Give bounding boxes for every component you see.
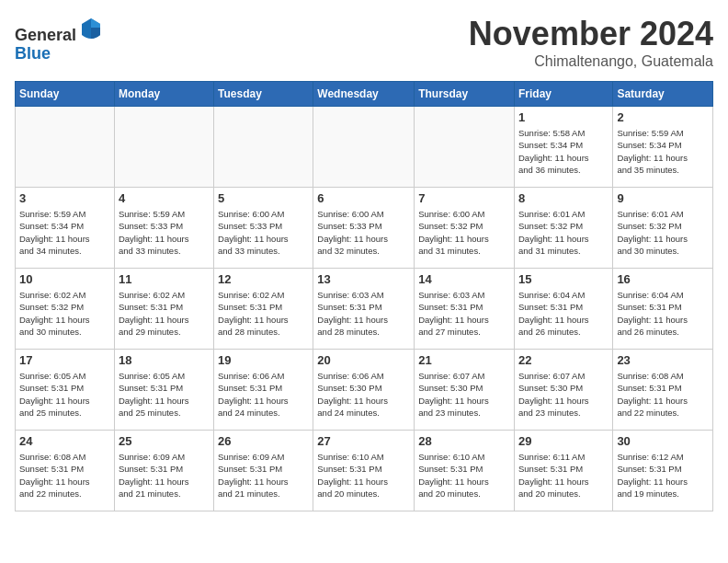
day-info: Sunrise: 6:11 AM Sunset: 5:31 PM Dayligh… bbox=[518, 451, 609, 500]
day-info: Sunrise: 6:05 AM Sunset: 5:31 PM Dayligh… bbox=[119, 370, 210, 419]
weekday-header: Sunday bbox=[16, 82, 115, 107]
logo: General Blue bbox=[15, 15, 104, 63]
day-number: 3 bbox=[19, 191, 110, 205]
calendar-cell: 3Sunrise: 5:59 AM Sunset: 5:34 PM Daylig… bbox=[16, 188, 115, 269]
calendar-week-row: 10Sunrise: 6:02 AM Sunset: 5:32 PM Dayli… bbox=[16, 269, 713, 350]
day-number: 6 bbox=[317, 191, 410, 205]
day-info: Sunrise: 6:01 AM Sunset: 5:32 PM Dayligh… bbox=[617, 208, 709, 257]
weekday-header: Friday bbox=[514, 82, 612, 107]
calendar-cell: 11Sunrise: 6:02 AM Sunset: 5:31 PM Dayli… bbox=[114, 269, 213, 350]
calendar-cell: 28Sunrise: 6:10 AM Sunset: 5:31 PM Dayli… bbox=[415, 431, 515, 511]
day-info: Sunrise: 6:04 AM Sunset: 5:31 PM Dayligh… bbox=[518, 289, 609, 338]
day-number: 14 bbox=[418, 272, 510, 286]
calendar-week-row: 3Sunrise: 5:59 AM Sunset: 5:34 PM Daylig… bbox=[16, 188, 713, 269]
calendar-cell: 7Sunrise: 6:00 AM Sunset: 5:32 PM Daylig… bbox=[415, 188, 515, 269]
calendar-cell: 9Sunrise: 6:01 AM Sunset: 5:32 PM Daylig… bbox=[613, 188, 713, 269]
calendar-cell: 15Sunrise: 6:04 AM Sunset: 5:31 PM Dayli… bbox=[514, 269, 612, 350]
day-number: 15 bbox=[518, 272, 609, 286]
calendar-cell bbox=[114, 107, 213, 188]
calendar-cell: 2Sunrise: 5:59 AM Sunset: 5:34 PM Daylig… bbox=[613, 107, 713, 188]
calendar-cell: 8Sunrise: 6:01 AM Sunset: 5:32 PM Daylig… bbox=[514, 188, 612, 269]
calendar-week-row: 24Sunrise: 6:08 AM Sunset: 5:31 PM Dayli… bbox=[16, 431, 713, 511]
calendar-cell bbox=[415, 107, 515, 188]
day-info: Sunrise: 5:59 AM Sunset: 5:33 PM Dayligh… bbox=[119, 208, 210, 257]
calendar-cell: 14Sunrise: 6:03 AM Sunset: 5:31 PM Dayli… bbox=[415, 269, 515, 350]
calendar-cell: 22Sunrise: 6:07 AM Sunset: 5:30 PM Dayli… bbox=[514, 350, 612, 431]
weekday-header: Thursday bbox=[415, 82, 515, 107]
calendar-cell: 18Sunrise: 6:05 AM Sunset: 5:31 PM Dayli… bbox=[114, 350, 213, 431]
calendar-cell: 26Sunrise: 6:09 AM Sunset: 5:31 PM Dayli… bbox=[214, 431, 313, 511]
location: Chimaltenango, Guatemala bbox=[469, 53, 713, 70]
calendar-cell: 25Sunrise: 6:09 AM Sunset: 5:31 PM Dayli… bbox=[114, 431, 213, 511]
day-info: Sunrise: 6:01 AM Sunset: 5:32 PM Dayligh… bbox=[518, 208, 609, 257]
day-number: 11 bbox=[119, 272, 210, 286]
day-number: 8 bbox=[518, 191, 609, 205]
page-header: General Blue November 2024 Chimaltenango… bbox=[15, 15, 713, 70]
weekday-header: Wednesday bbox=[313, 82, 415, 107]
day-info: Sunrise: 6:12 AM Sunset: 5:31 PM Dayligh… bbox=[617, 451, 709, 500]
day-info: Sunrise: 6:03 AM Sunset: 5:31 PM Dayligh… bbox=[418, 289, 510, 338]
weekday-header: Monday bbox=[114, 82, 213, 107]
day-number: 21 bbox=[418, 353, 510, 367]
day-info: Sunrise: 6:08 AM Sunset: 5:31 PM Dayligh… bbox=[617, 370, 709, 419]
weekday-header: Saturday bbox=[613, 82, 713, 107]
calendar-week-row: 1Sunrise: 5:58 AM Sunset: 5:34 PM Daylig… bbox=[16, 107, 713, 188]
calendar-cell: 27Sunrise: 6:10 AM Sunset: 5:31 PM Dayli… bbox=[313, 431, 415, 511]
day-info: Sunrise: 6:06 AM Sunset: 5:31 PM Dayligh… bbox=[218, 370, 309, 419]
day-number: 13 bbox=[317, 272, 410, 286]
logo-icon bbox=[78, 15, 104, 40]
day-number: 23 bbox=[617, 353, 709, 367]
logo-general-text: General bbox=[15, 26, 76, 44]
day-number: 4 bbox=[119, 191, 210, 205]
calendar-cell bbox=[16, 107, 115, 188]
title-section: November 2024 Chimaltenango, Guatemala bbox=[469, 15, 713, 70]
day-number: 2 bbox=[617, 110, 709, 124]
day-info: Sunrise: 6:08 AM Sunset: 5:31 PM Dayligh… bbox=[19, 451, 110, 500]
calendar-cell bbox=[214, 107, 313, 188]
day-info: Sunrise: 5:59 AM Sunset: 5:34 PM Dayligh… bbox=[19, 208, 110, 257]
day-number: 25 bbox=[119, 434, 210, 448]
calendar-cell: 24Sunrise: 6:08 AM Sunset: 5:31 PM Dayli… bbox=[16, 431, 115, 511]
day-info: Sunrise: 6:02 AM Sunset: 5:31 PM Dayligh… bbox=[218, 289, 309, 338]
day-number: 1 bbox=[518, 110, 609, 124]
day-number: 28 bbox=[418, 434, 510, 448]
day-info: Sunrise: 6:09 AM Sunset: 5:31 PM Dayligh… bbox=[218, 451, 309, 500]
month-title: November 2024 bbox=[469, 15, 713, 53]
calendar-cell bbox=[313, 107, 415, 188]
day-number: 26 bbox=[218, 434, 309, 448]
day-number: 29 bbox=[518, 434, 609, 448]
day-number: 27 bbox=[317, 434, 410, 448]
day-number: 24 bbox=[19, 434, 110, 448]
calendar-cell: 29Sunrise: 6:11 AM Sunset: 5:31 PM Dayli… bbox=[514, 431, 612, 511]
logo-blue-text: Blue bbox=[15, 44, 51, 63]
weekday-header: Tuesday bbox=[214, 82, 313, 107]
day-info: Sunrise: 5:58 AM Sunset: 5:34 PM Dayligh… bbox=[518, 127, 609, 176]
calendar-cell: 21Sunrise: 6:07 AM Sunset: 5:30 PM Dayli… bbox=[415, 350, 515, 431]
calendar-cell: 1Sunrise: 5:58 AM Sunset: 5:34 PM Daylig… bbox=[514, 107, 612, 188]
day-info: Sunrise: 5:59 AM Sunset: 5:34 PM Dayligh… bbox=[617, 127, 709, 176]
day-number: 10 bbox=[19, 272, 110, 286]
calendar-cell: 13Sunrise: 6:03 AM Sunset: 5:31 PM Dayli… bbox=[313, 269, 415, 350]
day-info: Sunrise: 6:05 AM Sunset: 5:31 PM Dayligh… bbox=[19, 370, 110, 419]
calendar-cell: 5Sunrise: 6:00 AM Sunset: 5:33 PM Daylig… bbox=[214, 188, 313, 269]
day-info: Sunrise: 6:02 AM Sunset: 5:31 PM Dayligh… bbox=[119, 289, 210, 338]
calendar-cell: 4Sunrise: 5:59 AM Sunset: 5:33 PM Daylig… bbox=[114, 188, 213, 269]
calendar-cell: 6Sunrise: 6:00 AM Sunset: 5:33 PM Daylig… bbox=[313, 188, 415, 269]
calendar-cell: 16Sunrise: 6:04 AM Sunset: 5:31 PM Dayli… bbox=[613, 269, 713, 350]
calendar-table: SundayMondayTuesdayWednesdayThursdayFrid… bbox=[15, 81, 713, 511]
calendar-cell: 12Sunrise: 6:02 AM Sunset: 5:31 PM Dayli… bbox=[214, 269, 313, 350]
calendar-cell: 17Sunrise: 6:05 AM Sunset: 5:31 PM Dayli… bbox=[16, 350, 115, 431]
day-number: 12 bbox=[218, 272, 309, 286]
day-info: Sunrise: 6:09 AM Sunset: 5:31 PM Dayligh… bbox=[119, 451, 210, 500]
day-number: 16 bbox=[617, 272, 709, 286]
day-info: Sunrise: 6:02 AM Sunset: 5:32 PM Dayligh… bbox=[19, 289, 110, 338]
day-info: Sunrise: 6:00 AM Sunset: 5:32 PM Dayligh… bbox=[418, 208, 510, 257]
day-number: 30 bbox=[617, 434, 709, 448]
day-info: Sunrise: 6:07 AM Sunset: 5:30 PM Dayligh… bbox=[418, 370, 510, 419]
day-info: Sunrise: 6:00 AM Sunset: 5:33 PM Dayligh… bbox=[218, 208, 309, 257]
day-info: Sunrise: 6:04 AM Sunset: 5:31 PM Dayligh… bbox=[617, 289, 709, 338]
calendar-cell: 19Sunrise: 6:06 AM Sunset: 5:31 PM Dayli… bbox=[214, 350, 313, 431]
day-info: Sunrise: 6:03 AM Sunset: 5:31 PM Dayligh… bbox=[317, 289, 410, 338]
day-number: 5 bbox=[218, 191, 309, 205]
day-info: Sunrise: 6:06 AM Sunset: 5:30 PM Dayligh… bbox=[317, 370, 410, 419]
